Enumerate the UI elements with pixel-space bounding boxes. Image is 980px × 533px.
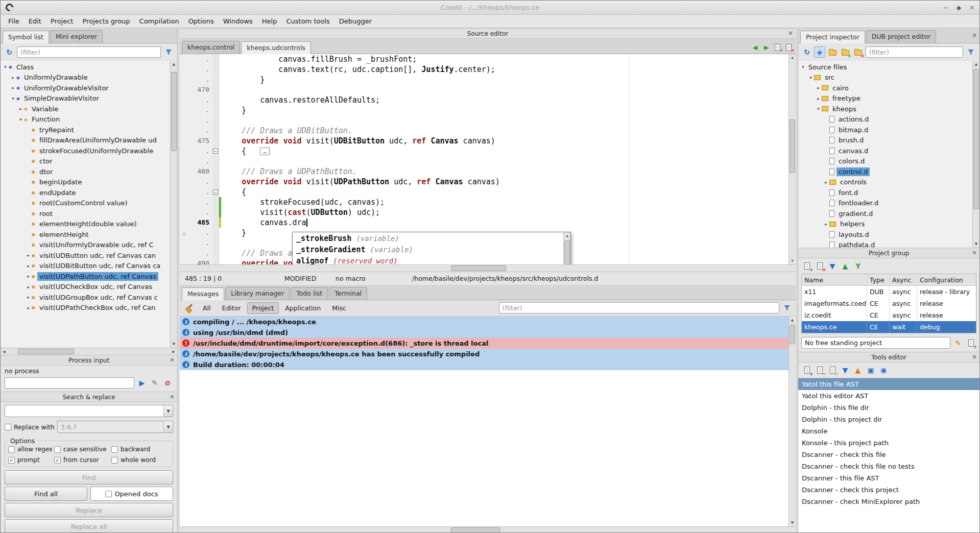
project-folder-icon[interactable] (827, 46, 838, 58)
replace-with-input[interactable] (58, 421, 163, 432)
code-line[interactable]: . canvas.text(rc, udc.caption[], Justify… (180, 64, 788, 75)
fold-marker-icon[interactable]: − (213, 189, 218, 195)
option-prompt[interactable]: ✓prompt (8, 456, 53, 464)
completion-scrollbar[interactable] (563, 232, 570, 264)
tree-item[interactable]: ●root (1, 208, 170, 219)
send-input-icon[interactable]: ▶ (136, 377, 148, 389)
messages-filter-input[interactable] (499, 302, 779, 313)
scrollbar-thumb[interactable] (790, 325, 795, 344)
code-line[interactable]: . override void visit(UDPathButton udc, … (180, 177, 788, 187)
code-line[interactable]: . } (180, 105, 788, 115)
refresh-project-icon[interactable]: ↻ (801, 46, 812, 58)
project-row[interactable]: x11DUBasyncrelease - library (802, 286, 976, 298)
files-tree-vscrollbar[interactable] (972, 61, 979, 248)
tree-item[interactable]: ▸●visit(UDPathCheckBox udc, ref Can (1, 303, 170, 313)
close-doc-icon[interactable]: × (784, 42, 794, 52)
tree-item[interactable]: ▾◆Function (1, 114, 170, 125)
validate-tool-icon[interactable]: ✓ (827, 365, 838, 376)
tab-project-inspector[interactable]: Project inspector (800, 31, 865, 43)
tree-item[interactable]: ▾◆Class (1, 62, 170, 72)
menu-options[interactable]: Options (184, 16, 219, 27)
scroll-up-icon[interactable] (564, 232, 570, 239)
collapse-icon[interactable]: ▾ (10, 96, 16, 101)
project-row[interactable]: iz.coeditCEasyncrelease (802, 309, 976, 321)
pin-tool-icon[interactable]: ◉ (878, 365, 889, 376)
project-filter-input[interactable] (866, 46, 963, 58)
close-right-panel-icon[interactable] (972, 32, 977, 39)
tool-item[interactable]: Konsole (798, 425, 979, 437)
code-line[interactable]: . /// Draws a UDBitButton. (180, 126, 788, 136)
tree-item[interactable]: font.d (798, 187, 972, 198)
add-folder-icon[interactable]: + (840, 46, 851, 58)
scroll-left-icon[interactable] (1, 348, 8, 355)
menu-debugger[interactable]: Debugger (334, 16, 376, 27)
tool-item[interactable]: Dscanner - check this project (798, 484, 979, 496)
menu-windows[interactable]: Windows (219, 16, 257, 27)
tree-item[interactable]: ●elementHeight (1, 229, 170, 240)
tab-messages[interactable]: Messages (182, 287, 224, 300)
tab-dub-project-editor[interactable]: DUB project editor (866, 30, 936, 43)
tool-item[interactable]: Dolphin - this file dir (798, 402, 979, 414)
editor-hscrollbar[interactable] (180, 264, 796, 272)
expand-icon[interactable]: ▸ (25, 253, 32, 258)
expand-icon[interactable]: ▸ (823, 180, 829, 185)
code-line[interactable]: 470 (180, 85, 788, 95)
code-line[interactable]: . canvas.fillBrush = _brushFont; (180, 54, 788, 64)
messages-hscrollbar[interactable] (180, 526, 796, 533)
tool-item[interactable]: Dscanner - check MiniExplorer path (798, 496, 979, 507)
code-line[interactable]: . (180, 115, 788, 126)
add-tool-icon[interactable]: + (801, 365, 812, 376)
fold-marker-icon[interactable]: − (213, 149, 218, 154)
editor-area[interactable]: . canvas.fillBrush = _brushFont;. canvas… (180, 54, 796, 264)
replace-with-checkbox-icon[interactable] (5, 424, 11, 430)
maximize-button[interactable]: ◆ (957, 4, 961, 11)
process-input-field[interactable] (5, 377, 134, 389)
tool-item[interactable]: Konsole - this project path (798, 437, 979, 449)
tree-item[interactable]: ▸helpers (798, 219, 972, 230)
expand-icon[interactable]: ▸ (25, 274, 32, 279)
symbol-filter-funnel-icon[interactable] (163, 46, 174, 58)
replace-dropdown-icon[interactable] (163, 421, 173, 432)
tree-item[interactable]: ▾◆SimpleDrawableVisitor (1, 93, 170, 104)
tree-item[interactable]: ●ctor (1, 156, 170, 167)
previous-editor-icon[interactable]: ◀ (750, 42, 760, 52)
tree-item[interactable]: ▸controls (798, 177, 972, 188)
close-tools-editor-icon[interactable] (972, 353, 977, 360)
tool-item[interactable]: Yatol this editor AST (798, 390, 979, 402)
tool-item[interactable]: Dscanner - check this file no tests (798, 461, 979, 472)
scrollbar-thumb[interactable] (790, 119, 795, 173)
tree-item[interactable]: ▸●visit(UDGroupBox udc, ref Canvas c (1, 292, 170, 303)
tree-item[interactable]: ▸●visit(UDBitButton udc, ref Canvas ca (1, 261, 170, 272)
collapse-icon[interactable]: ▾ (800, 64, 806, 69)
kill-process-icon[interactable]: ⊘ (162, 377, 173, 389)
filter-misc[interactable]: Misc (327, 302, 351, 314)
scrollbar-thumb[interactable] (18, 349, 74, 354)
collapse-tree-icon[interactable]: ◈ (814, 46, 825, 58)
code-line[interactable]: .− { … (180, 146, 788, 156)
symbol-tree-hscrollbar[interactable] (1, 348, 177, 355)
expand-icon[interactable]: ▸ (25, 284, 32, 289)
option-backward[interactable]: backward (111, 446, 170, 453)
menu-compilation[interactable]: Compilation (135, 16, 184, 27)
tree-item[interactable]: ●tryRepaint (1, 125, 170, 135)
column-header-async[interactable]: Async (890, 274, 917, 285)
code-line[interactable]: . } (180, 75, 788, 85)
clear-messages-icon[interactable] (185, 304, 194, 312)
completion-item[interactable]: _strokeGradient(variable) (293, 244, 563, 255)
tree-item[interactable]: ●beginUpdate (1, 177, 170, 188)
project-row[interactable]: imageformats.coeditCEasyncrelease (802, 298, 976, 309)
code-line[interactable]: .− { (180, 187, 788, 197)
close-source-editor-icon[interactable] (788, 30, 793, 37)
tree-item[interactable]: pathdata.d (798, 240, 972, 248)
title-bar[interactable]: Coedit - /.../kheops/kheops.ce −◆× (1, 1, 979, 15)
close-process-panel-icon[interactable] (170, 356, 175, 364)
column-header-configuration[interactable]: Configuration (917, 274, 976, 285)
tree-item[interactable]: ▸◆UniformlyDrawableVisitor (1, 83, 170, 93)
filter-all[interactable]: All (198, 302, 216, 314)
scrollbar-thumb[interactable] (451, 527, 500, 533)
expand-icon[interactable]: ▸ (815, 85, 822, 90)
symbol-filter-input[interactable] (17, 46, 161, 58)
tab-kheops-udcontrols[interactable]: kheops.udcontrols (241, 41, 311, 54)
scroll-down-icon[interactable] (973, 240, 979, 248)
editor-vscrollbar[interactable] (788, 54, 796, 264)
